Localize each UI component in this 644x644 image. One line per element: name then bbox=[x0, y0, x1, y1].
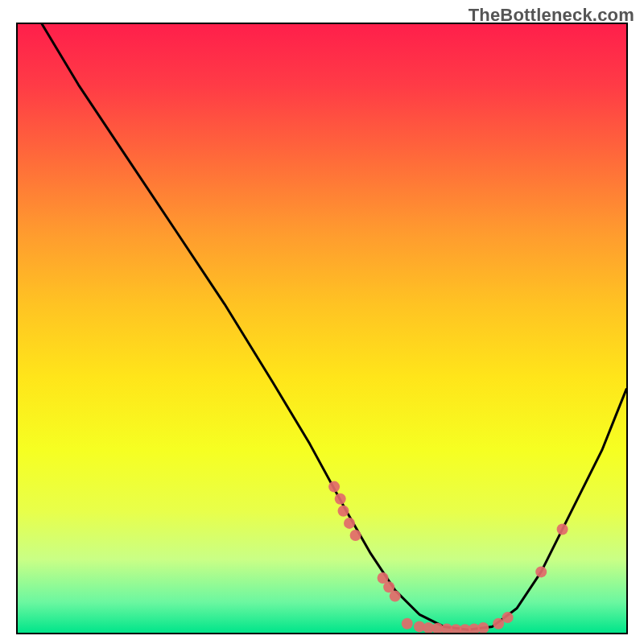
data-marker bbox=[338, 506, 349, 517]
chart-svg bbox=[18, 24, 626, 633]
data-marker bbox=[390, 591, 401, 602]
data-marker bbox=[328, 481, 340, 493]
data-marker bbox=[502, 612, 514, 623]
data-marker bbox=[402, 618, 413, 630]
curve-layer bbox=[42, 24, 626, 630]
data-marker bbox=[557, 524, 568, 535]
marker-layer bbox=[328, 481, 568, 633]
data-marker bbox=[344, 518, 355, 529]
chart-frame: TheBottleneck.com bbox=[0, 0, 644, 644]
data-marker bbox=[477, 622, 489, 633]
data-marker bbox=[535, 566, 547, 577]
data-marker bbox=[335, 493, 346, 505]
data-marker bbox=[493, 618, 504, 630]
data-marker bbox=[350, 530, 361, 541]
bottleneck-curve bbox=[42, 24, 626, 630]
plot-area bbox=[16, 23, 628, 634]
